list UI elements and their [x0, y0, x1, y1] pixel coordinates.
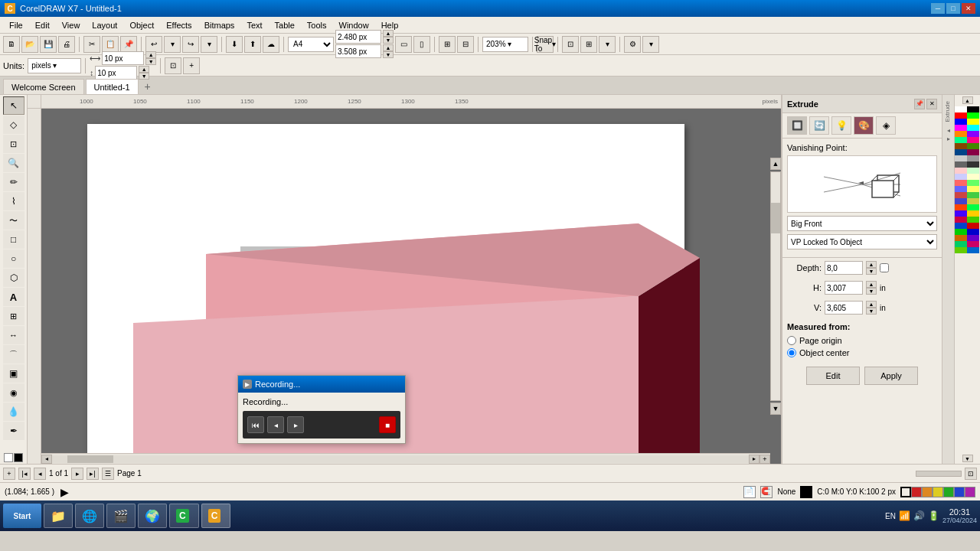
- color-swatch[interactable]: [955, 223, 967, 229]
- canvas-inner[interactable]: ▲ ▼: [41, 109, 781, 464]
- scroll-right-button[interactable]: ▸: [749, 455, 760, 464]
- color-swatch[interactable]: [967, 106, 979, 112]
- page-next-button[interactable]: ▸: [71, 468, 83, 480]
- page-last-button[interactable]: ▸|: [87, 468, 99, 480]
- height-spinner[interactable]: ▲▼: [383, 44, 394, 58]
- v-down[interactable]: ▼: [866, 308, 877, 315]
- no-fill-swatch[interactable]: [900, 487, 911, 497]
- menu-layout[interactable]: Layout: [86, 19, 123, 31]
- nudge-h-down[interactable]: ▼: [145, 58, 156, 65]
- height-input[interactable]: [335, 44, 381, 58]
- color-swatch[interactable]: [967, 119, 979, 125]
- maximize-button[interactable]: □: [946, 3, 960, 14]
- export-button[interactable]: ⬆: [244, 36, 261, 53]
- fill-tool[interactable]: ▣: [3, 364, 24, 383]
- print-button[interactable]: 🖨: [58, 36, 75, 53]
- menu-bitmaps[interactable]: Bitmaps: [198, 19, 241, 31]
- green-swatch[interactable]: [943, 487, 954, 497]
- view-btn1[interactable]: ⊡: [562, 36, 579, 53]
- color-swatch[interactable]: [955, 168, 967, 174]
- color-swatch[interactable]: [967, 229, 979, 235]
- height-down[interactable]: ▼: [383, 51, 394, 58]
- color-swatch[interactable]: [955, 106, 967, 112]
- page-first-button[interactable]: |◂: [18, 468, 31, 480]
- nudge-v-spinner[interactable]: ▲▼: [139, 66, 149, 80]
- color-swatch[interactable]: [955, 149, 967, 155]
- page-size-select[interactable]: A4: [288, 37, 334, 52]
- width-spinner[interactable]: ▲▼: [383, 30, 394, 44]
- shape-tool[interactable]: ◇: [3, 116, 24, 134]
- menu-view[interactable]: View: [56, 19, 87, 31]
- scroll-down-button[interactable]: ▼: [770, 403, 781, 415]
- strip-arrow-up[interactable]: ◂: [947, 127, 950, 134]
- page-add-button[interactable]: +: [3, 468, 15, 480]
- color-swatch[interactable]: [955, 161, 967, 168]
- open-button[interactable]: 📂: [21, 36, 38, 53]
- taskbar-corel1[interactable]: C: [169, 504, 199, 528]
- taskbar-explorer[interactable]: 📁: [44, 504, 73, 528]
- color-swatch[interactable]: [967, 143, 979, 149]
- paste-button[interactable]: 📌: [120, 36, 137, 53]
- snap-settings-button[interactable]: 🧲: [760, 486, 773, 498]
- depth-input[interactable]: [825, 261, 863, 275]
- zoom-fit-button[interactable]: ⊡: [965, 468, 977, 480]
- vp-preset-dropdown[interactable]: Big Front Big Back Small Front: [787, 216, 937, 231]
- taskbar-media[interactable]: 🎬: [106, 504, 136, 528]
- depth-down[interactable]: ▼: [866, 268, 877, 275]
- color-swatch[interactable]: [955, 210, 967, 217]
- color-swatch[interactable]: [955, 180, 967, 186]
- edit-button[interactable]: Edit: [806, 367, 860, 385]
- depth-up[interactable]: ▲: [866, 261, 877, 268]
- new-button[interactable]: 🗎: [3, 36, 20, 53]
- color-swatch[interactable]: [967, 131, 979, 137]
- nudge-h-input[interactable]: [102, 51, 144, 65]
- color-swatch[interactable]: [955, 198, 967, 204]
- import-button[interactable]: ⬇: [226, 36, 243, 53]
- v-up[interactable]: ▲: [866, 301, 877, 308]
- scroll-up-button[interactable]: ▲: [770, 158, 781, 170]
- outline-swatch[interactable]: [14, 453, 23, 462]
- nudge-h-up[interactable]: ▲: [145, 51, 156, 58]
- tab-add-button[interactable]: +: [140, 79, 155, 94]
- color-swatch[interactable]: [967, 180, 979, 186]
- nudge-h-spinner[interactable]: ▲▼: [145, 51, 156, 65]
- color-swatch[interactable]: [955, 143, 967, 149]
- color-swatch[interactable]: [967, 192, 979, 198]
- dimension-tool[interactable]: ↔: [3, 326, 24, 344]
- menu-object[interactable]: Object: [123, 19, 160, 31]
- crop-tool[interactable]: ⊡: [3, 135, 24, 153]
- yellow-swatch[interactable]: [933, 487, 943, 497]
- distribute-button[interactable]: ⊟: [457, 36, 474, 53]
- color-swatch[interactable]: [967, 204, 979, 210]
- color-swatch[interactable]: [967, 149, 979, 155]
- width-input[interactable]: [335, 30, 381, 44]
- options-btn[interactable]: ⚙: [624, 36, 641, 53]
- menu-edit[interactable]: Edit: [29, 19, 56, 31]
- orange-swatch[interactable]: [922, 487, 933, 497]
- page-origin-radio[interactable]: [787, 336, 796, 345]
- depth-checkbox[interactable]: [880, 263, 889, 272]
- taskbar-corel2[interactable]: C: [201, 504, 231, 528]
- extrude-rotation-tab[interactable]: 🔄: [809, 116, 829, 135]
- snap-to-dropdown[interactable]: Snap To ▾: [537, 36, 554, 53]
- apply-button[interactable]: Apply: [864, 367, 918, 385]
- color-swatch[interactable]: [955, 235, 967, 241]
- eyedropper-tool[interactable]: 💧: [3, 403, 24, 421]
- undo-button[interactable]: ↩: [145, 36, 162, 53]
- document-settings-button[interactable]: 📄: [743, 486, 756, 498]
- color-swatch[interactable]: [967, 168, 979, 174]
- strip-arrow-down[interactable]: ▸: [947, 135, 950, 142]
- color-swatch[interactable]: [967, 174, 979, 180]
- table-tool[interactable]: ⊞: [3, 307, 24, 325]
- color-swatch[interactable]: [967, 137, 979, 143]
- select-tool[interactable]: ↖: [3, 96, 24, 115]
- width-down[interactable]: ▼: [383, 37, 394, 44]
- outline-color-button[interactable]: [800, 486, 812, 498]
- v-input[interactable]: [825, 301, 863, 315]
- portrait-button[interactable]: ▭: [395, 36, 412, 53]
- color-swatch[interactable]: [967, 235, 979, 241]
- h-input[interactable]: [825, 281, 863, 295]
- color-swatch[interactable]: [955, 125, 967, 131]
- menu-tools[interactable]: Tools: [301, 19, 333, 31]
- red-swatch[interactable]: [911, 487, 922, 497]
